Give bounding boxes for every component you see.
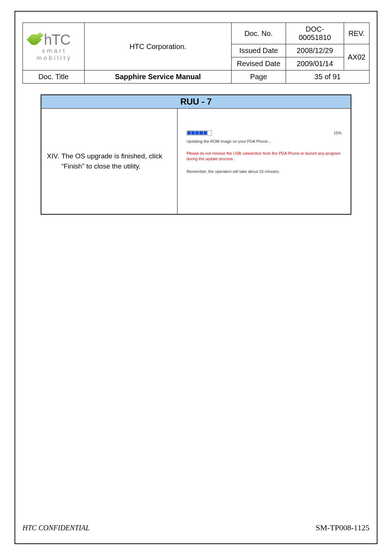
ruu-screenshot-cell: 15% Updating the ROM image on your PDA P… [177, 109, 351, 214]
leaf-icon [28, 33, 40, 46]
ruu-title: RUU - 7 [41, 95, 351, 109]
revised-date-label: Revised Date [232, 57, 286, 70]
rev-label: REV. [344, 23, 369, 44]
ruu-instruction-cell: XIV. The OS upgrade is finished, click “… [41, 109, 177, 214]
instruction-number: XIV. [47, 151, 59, 172]
logo-subtext: smart mobility [28, 47, 81, 62]
ruu-section: RUU - 7 XIV. The OS upgrade is finished,… [41, 94, 351, 215]
issued-date-value: 2008/12/29 [286, 44, 344, 57]
progress-percent: 15% [334, 131, 342, 135]
logo-cell: hTC smart mobility [23, 23, 85, 70]
page-frame: hTC smart mobility HTC Corporation. Doc.… [15, 11, 377, 544]
updating-text: Updating the ROM image on your PDA Phone… [187, 139, 342, 143]
remember-text: Remember, the operation will take about … [187, 169, 342, 174]
doc-title-value: Sapphire Service Manual [85, 70, 232, 84]
page-label: Page [232, 70, 286, 84]
doc-no-label: Doc. No. [232, 23, 286, 44]
confidential-label: HTC CONFIDENTIAL [23, 524, 90, 532]
instruction-text: The OS upgrade is finished, click “Finis… [61, 151, 172, 172]
revised-date-value: 2009/01/14 [286, 57, 344, 70]
htc-logo: hTC smart mobility [26, 32, 81, 62]
header-table: hTC smart mobility HTC Corporation. Doc.… [23, 23, 369, 84]
warning-text: Please do not remove the USB connection … [187, 151, 342, 162]
progress-bar [187, 130, 212, 135]
document-code: SM-TP008-1125 [316, 523, 369, 532]
doc-no-value: DOC-00051810 [286, 23, 344, 44]
issued-date-label: Issued Date [232, 44, 286, 57]
page-footer: HTC CONFIDENTIAL SM-TP008-1125 [23, 523, 369, 532]
rev-value: AX02 [344, 44, 369, 70]
logo-text: hTC [44, 32, 70, 48]
doc-title-label: Doc. Title [23, 70, 85, 84]
company-name: HTC Corporation. [85, 23, 232, 70]
page-value: 35 of 91 [286, 70, 369, 84]
